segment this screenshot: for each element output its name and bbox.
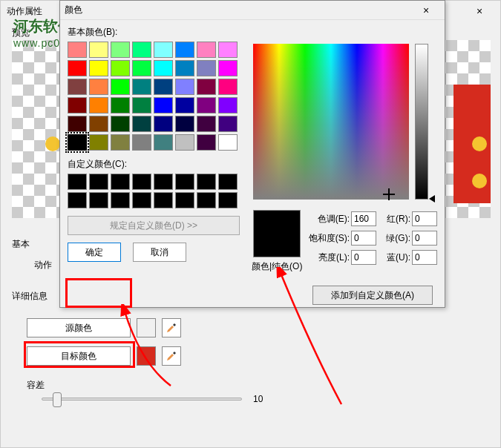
custom-color-swatch[interactable] [175,192,194,208]
preview-shape-dot [472,174,487,188]
basic-color-swatch[interactable] [68,42,87,58]
custom-color-swatch[interactable] [68,174,87,190]
luminosity-arrow-icon [429,195,435,202]
custom-color-swatch[interactable] [154,174,173,190]
basic-color-swatch[interactable] [218,116,238,132]
green-input[interactable] [412,231,437,246]
basic-color-swatch[interactable] [132,97,151,113]
custom-color-swatch[interactable] [197,174,216,190]
basic-color-swatch[interactable] [111,60,130,76]
basic-color-swatch[interactable] [68,60,87,76]
sat-label: 饱和度(S): [305,232,350,245]
basic-color-swatch[interactable] [132,60,151,76]
basic-color-swatch[interactable] [111,79,130,95]
basic-color-swatch[interactable] [218,60,238,76]
basic-color-swatch[interactable] [89,97,108,113]
basic-colors-label: 基本颜色(B): [68,26,437,39]
basic-color-swatch[interactable] [197,97,216,113]
basic-color-swatch[interactable] [89,134,108,151]
custom-color-swatch[interactable] [218,174,238,190]
custom-color-swatch[interactable] [89,174,108,190]
color-dialog-close-button[interactable]: × [412,2,440,19]
custom-color-swatch[interactable] [68,192,87,208]
sat-input[interactable] [351,231,376,246]
basic-color-swatch[interactable] [111,97,130,113]
basic-color-swatch[interactable] [218,42,238,58]
custom-color-swatch[interactable] [111,192,130,208]
preview-shape-rect [453,85,491,203]
green-label: 绿(G): [379,232,410,245]
basic-color-swatch[interactable] [132,79,151,95]
tolerance-value: 10 [253,394,263,404]
basic-color-swatch[interactable] [68,79,87,95]
basic-color-swatch[interactable] [68,97,87,113]
basic-color-swatch[interactable] [89,42,108,58]
basic-color-swatch[interactable] [89,116,108,132]
basic-color-swatch[interactable] [175,42,194,58]
basic-color-swatch[interactable] [197,79,216,95]
basic-color-swatch[interactable] [175,97,194,113]
blue-input[interactable] [412,250,437,265]
custom-color-swatch[interactable] [111,174,130,190]
custom-color-swatch[interactable] [132,174,151,190]
basic-color-swatch[interactable] [175,134,194,151]
eyedropper-button[interactable] [162,346,181,366]
basic-color-swatch[interactable] [154,134,173,151]
basic-color-swatch[interactable] [154,60,173,76]
target-color-label: 目标颜色 [61,350,96,363]
basic-color-swatch[interactable] [197,42,216,58]
custom-color-swatch[interactable] [175,174,194,190]
section-detail-label: 详细信息 [12,290,48,303]
target-color-button[interactable]: 目标颜色 [27,346,131,366]
color-spectrum[interactable] [253,44,409,200]
basic-color-swatch[interactable] [218,134,238,151]
custom-color-swatch[interactable] [89,192,108,208]
basic-color-swatch[interactable] [154,42,173,58]
eyedropper-button[interactable] [162,318,181,337]
source-color-button[interactable]: 源颜色 [27,318,131,337]
basic-color-swatch[interactable] [68,116,87,132]
basic-color-swatch[interactable] [132,134,151,151]
hue-input[interactable] [351,211,376,226]
basic-color-swatch[interactable] [111,134,130,151]
basic-color-swatch[interactable] [111,42,130,58]
add-to-custom-button[interactable]: 添加到自定义颜色(A) [312,286,433,305]
tolerance-label: 容差 [27,379,45,392]
cancel-button[interactable]: 取消 [133,243,186,262]
tolerance-slider[interactable] [42,398,242,401]
basic-color-swatch[interactable] [197,134,216,151]
color-picker-dialog: 颜色 × 基本颜色(B): 自定义颜色(C): 规定自定义颜色(D) >> 确定… [59,0,445,308]
green-row: 绿(G): [379,231,437,246]
basic-color-swatch[interactable] [197,60,216,76]
basic-color-swatch[interactable] [89,79,108,95]
custom-color-swatch[interactable] [132,192,151,208]
sat-row: 饱和度(S): [305,231,376,246]
basic-color-swatch[interactable] [218,97,238,113]
basic-color-swatch[interactable] [132,116,151,132]
basic-color-swatch[interactable] [154,97,173,113]
red-input[interactable] [412,211,437,226]
basic-color-swatch[interactable] [154,116,173,132]
custom-color-swatch[interactable] [154,192,173,208]
basic-color-swatch[interactable] [89,60,108,76]
red-row: 红(R): [379,211,437,226]
tolerance-slider-thumb[interactable] [53,392,62,407]
basic-color-swatch[interactable] [175,79,194,95]
define-custom-colors-button[interactable]: 规定自定义颜色(D) >> [68,216,240,235]
main-close-button[interactable]: × [465,2,494,20]
lum-input[interactable] [351,250,376,265]
basic-color-swatch[interactable] [175,116,194,132]
basic-color-swatch[interactable] [132,42,151,58]
ok-button[interactable]: 确定 [68,243,121,262]
basic-color-swatch[interactable] [68,134,87,151]
eyedropper-icon [166,322,177,334]
custom-color-swatch[interactable] [197,192,216,208]
luminosity-slider[interactable] [415,44,428,200]
eyedropper-icon [166,350,177,362]
basic-color-swatch[interactable] [218,79,238,95]
basic-color-swatch[interactable] [111,116,130,132]
custom-color-swatch[interactable] [218,192,238,208]
basic-color-swatch[interactable] [175,60,194,76]
basic-color-swatch[interactable] [197,116,216,132]
basic-color-swatch[interactable] [154,79,173,95]
